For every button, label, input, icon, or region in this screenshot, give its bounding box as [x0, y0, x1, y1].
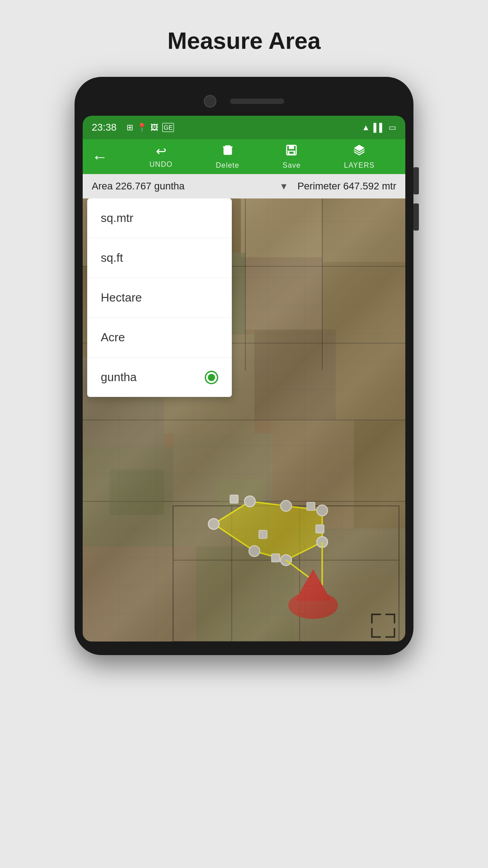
- svg-point-49: [249, 546, 260, 557]
- side-buttons: [413, 167, 419, 231]
- dropdown-item-acre[interactable]: Acre: [87, 318, 232, 358]
- layers-icon: [353, 144, 366, 160]
- svg-rect-17: [322, 262, 405, 339]
- sq-mtr-label: sq.mtr: [101, 211, 133, 225]
- phone-top-bar: [83, 90, 405, 116]
- front-camera: [204, 95, 216, 108]
- radio-inner: [208, 374, 215, 381]
- area-value: Area 226.767 guntha: [92, 180, 279, 192]
- battery-icon: ▭: [389, 123, 396, 132]
- svg-rect-50: [230, 495, 238, 503]
- svg-rect-54: [259, 530, 267, 538]
- volume-up-button: [413, 167, 419, 194]
- layers-label: LAYERS: [344, 161, 375, 170]
- svg-rect-52: [316, 525, 324, 533]
- image-icon: 🖼: [150, 123, 159, 132]
- unit-dropdown-menu: sq.mtr sq.ft Hectare Acre guntha: [87, 198, 232, 397]
- location-icon: 📍: [137, 123, 147, 132]
- sq-ft-label: sq.ft: [101, 251, 123, 265]
- undo-button[interactable]: ↩ UNDO: [150, 144, 173, 170]
- status-icons-right: ▲ ▌▌ ▭: [362, 123, 396, 132]
- radio-selected-icon: [205, 371, 218, 384]
- toolbar: ← ↩ UNDO Delete: [83, 139, 405, 174]
- svg-rect-13: [322, 198, 405, 262]
- toolbar-items: ↩ UNDO Delete: [128, 144, 396, 170]
- svg-rect-53: [272, 554, 280, 562]
- dropdown-item-hectare[interactable]: Hectare: [87, 278, 232, 318]
- status-time: 23:38: [92, 122, 117, 133]
- back-button[interactable]: ←: [92, 147, 128, 166]
- svg-rect-36: [110, 470, 164, 515]
- layers-button[interactable]: LAYERS: [344, 144, 375, 170]
- volume-down-button: [413, 203, 419, 231]
- wifi-icon: ▲: [362, 123, 370, 132]
- perimeter-value: Perimeter 647.592 mtr: [297, 180, 396, 192]
- area-bar: Area 226.767 guntha ▼ Perimeter 647.592 …: [83, 174, 405, 198]
- dropdown-item-guntha[interactable]: guntha: [87, 358, 232, 397]
- svg-rect-12: [241, 198, 322, 257]
- svg-rect-25: [354, 420, 405, 528]
- svg-rect-3: [289, 146, 295, 149]
- google-earth-icon: GE: [162, 123, 174, 132]
- svg-rect-21: [336, 339, 405, 420]
- svg-rect-27: [196, 547, 295, 642]
- svg-rect-51: [307, 502, 315, 510]
- page-title: Measure Area: [167, 27, 320, 54]
- delete-icon: [221, 144, 234, 160]
- undo-label: UNDO: [150, 160, 173, 169]
- phone-speaker: [230, 99, 284, 104]
- phone-frame: 23:38 ⊞ 📍 🖼 GE ▲ ▌▌ ▭ ← ↩: [75, 77, 413, 655]
- svg-point-46: [317, 505, 328, 516]
- map-container[interactable]: sq.mtr sq.ft Hectare Acre guntha: [83, 198, 405, 642]
- svg-point-44: [244, 496, 255, 507]
- svg-rect-26: [83, 547, 196, 642]
- svg-rect-16: [245, 257, 322, 330]
- save-label: Save: [282, 161, 300, 170]
- status-bar: 23:38 ⊞ 📍 🖼 GE ▲ ▌▌ ▭: [83, 116, 405, 139]
- acre-label: Acre: [101, 330, 125, 344]
- svg-point-43: [208, 519, 219, 529]
- save-icon: [285, 144, 298, 160]
- dropdown-arrow-icon[interactable]: ▼: [279, 181, 288, 192]
- delete-button[interactable]: Delete: [216, 144, 239, 170]
- undo-icon: ↩: [156, 144, 166, 159]
- battery-plus-icon: ⊞: [127, 123, 133, 132]
- svg-rect-5: [290, 152, 294, 154]
- dropdown-item-sq-ft[interactable]: sq.ft: [87, 238, 232, 278]
- phone-screen: 23:38 ⊞ 📍 🖼 GE ▲ ▌▌ ▭ ← ↩: [83, 116, 405, 642]
- signal-icon: ▌▌: [373, 123, 385, 132]
- delete-label: Delete: [216, 161, 239, 170]
- svg-point-45: [281, 500, 291, 511]
- dropdown-item-sq-mtr[interactable]: sq.mtr: [87, 198, 232, 238]
- save-button[interactable]: Save: [282, 144, 300, 170]
- guntha-label: guntha: [101, 370, 137, 384]
- hectare-label: Hectare: [101, 291, 142, 305]
